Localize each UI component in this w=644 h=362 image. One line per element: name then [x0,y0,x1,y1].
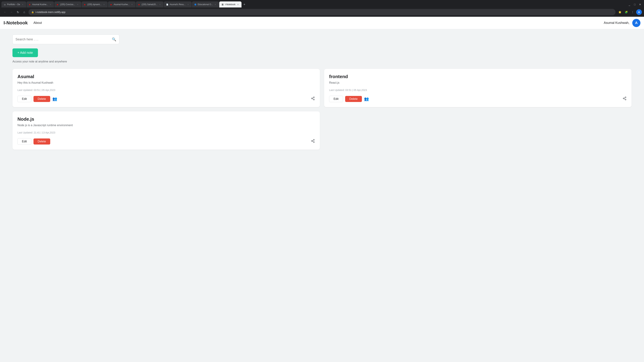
tab-8[interactable]: 🔵 Educational O... ✕ [192,1,219,7]
note-3-share-icon[interactable] [311,139,315,144]
reload-button[interactable]: ↻ [15,9,21,15]
search-container: 🔍 [12,34,119,44]
address-input[interactable]: 🔒 i-notebook-mern.netlify.app [28,9,616,15]
tab-2-favicon: ▶ [29,3,31,6]
tab-1-close[interactable]: ✕ [21,3,24,6]
note-2-edit-button[interactable]: Edit [329,96,343,102]
search-input[interactable] [16,37,112,41]
brand-name: I-Notebook [4,20,28,26]
app-wrapper: I-Notebook About Asumal Kushwah, A 🔍 + A… [0,17,644,362]
tab-7-close[interactable]: ✕ [187,3,190,6]
tab-5[interactable]: ▶ Asumal Kushw... ✕ [108,1,136,7]
svg-line-14 [312,140,314,141]
browser-chrome: 🗂 Portfolio – De ✕ ▶ Asumal Kushw... ✕ ▶… [0,0,644,17]
home-button[interactable]: ⌂ [21,9,27,15]
tab-8-close[interactable]: ✕ [214,3,217,6]
note-2-updated: Last Updated: 03:51 | 05 Apr,2023 [329,89,626,91]
lock-icon: 🔒 [31,11,34,13]
note-1-delete-button[interactable]: Delete [34,96,50,102]
navbar-right: Asumal Kushwah, A [604,19,640,27]
tab-7[interactable]: 📄 Asumal's Resu... ✕ [164,1,192,7]
tagline: Access your note at anytime and anywhere [12,60,632,63]
tab-2[interactable]: ▶ Asumal Kushw... ✕ [26,1,54,7]
navbar-left: I-Notebook About [4,20,42,26]
bookmarks-button[interactable]: ⭐ [617,9,623,15]
tab-2-close[interactable]: ✕ [49,3,52,6]
note-2-description: React.js [329,81,626,84]
svg-line-8 [624,99,625,99]
tab-6[interactable]: ▶ (155) Sahab20... ✕ [136,1,164,7]
tab-7-label: Asumal's Resu... [170,3,186,6]
tab-4-label: (155) dynami... [87,3,102,6]
main-content: 🔍 + Add note Access your note at anytime… [0,29,644,362]
close-window-button[interactable]: ✕ [638,2,642,7]
extensions-button[interactable]: 🧩 [623,9,629,15]
tab-3[interactable]: ▶ (155) Conclus... ✕ [54,1,81,7]
empty-column [324,111,632,150]
menu-button[interactable]: ⋮ [630,9,636,15]
note-2-actions: Edit Delete 👥 [329,96,626,102]
svg-line-9 [624,97,625,98]
tab-4[interactable]: ▶ (155) dynami... ✕ [82,1,108,7]
note-2-title: frontend [329,74,626,79]
add-note-label: + Add note [18,51,33,55]
svg-line-3 [312,99,314,99]
tab-bar: 🗂 Portfolio – De ✕ ▶ Asumal Kushw... ✕ ▶… [0,0,644,7]
tab-9-close[interactable]: ✕ [236,3,239,6]
maximize-button[interactable]: □ [632,2,637,7]
about-link[interactable]: About [34,21,42,25]
browser-profile[interactable]: A [636,9,642,15]
tab-1-favicon: 🗂 [4,3,6,6]
notes-row-2: Node.js Node js is a Javascript runtime … [12,111,632,150]
browser-actions: ⭐ 🧩 ⋮ A [617,9,642,15]
note-3-edit-button[interactable]: Edit [18,138,31,145]
new-tab-button[interactable]: + [242,2,247,7]
tab-9-label: I-Notebook [225,3,236,6]
tab-5-close[interactable]: ✕ [130,3,134,6]
note-1-actions: Edit Delete 👥 [18,96,315,102]
note-1-title: Asumal [18,74,315,79]
tab-1-label: Portfolio – De [7,3,20,6]
note-2-delete-button[interactable]: Delete [345,96,362,102]
note-1-share-users-icon[interactable]: 👥 [52,97,57,101]
tab-4-close[interactable]: ✕ [102,3,106,6]
tab-3-close[interactable]: ✕ [76,3,79,6]
add-note-button[interactable]: + Add note [12,48,38,57]
note-3-delete-button[interactable]: Delete [34,138,50,144]
tab-5-label: Asumal Kushw... [114,3,130,6]
note-card-3: Node.js Node js is a Javascript runtime … [12,111,320,150]
note-1-description: Hey this is Asumal Kushwah [18,81,315,84]
note-1-edit-button[interactable]: Edit [18,96,31,102]
note-1-updated: Last Updated: 03:51 | 05 Apr,2023 [18,89,315,91]
note-2-share-users-icon[interactable]: 👥 [364,97,369,101]
tab-9-active[interactable]: 📓 I-Notebook ✕ [219,1,242,7]
tab-5-favicon: ▶ [110,3,112,6]
tab-7-favicon: 📄 [166,3,168,6]
note-1-share-icon[interactable] [311,96,315,101]
search-icon[interactable]: 🔍 [112,37,116,41]
tab-8-favicon: 🔵 [194,3,196,6]
svg-line-13 [312,141,314,142]
tab-3-label: (155) Conclus... [60,3,75,6]
tab-6-label: (155) Sahab20... [142,3,158,6]
address-bar: ← → ↻ ⌂ 🔒 i-notebook-mern.netlify.app ⭐ … [0,7,644,17]
tab-6-close[interactable]: ✕ [158,3,161,6]
forward-button[interactable]: → [8,9,14,15]
nav-buttons: ← → ↻ ⌂ [2,9,27,15]
minimize-button[interactable]: ⎯ [627,2,632,7]
address-text: i-notebook-mern.netlify.app [36,11,613,13]
notes-grid: Asumal Hey this is Asumal Kushwah Last U… [12,69,632,107]
navbar: I-Notebook About Asumal Kushwah, A [0,17,644,29]
svg-line-4 [312,97,314,98]
note-3-description: Node js is a Javascript runtime environm… [18,124,315,127]
back-button[interactable]: ← [2,9,8,15]
tab-9-favicon: 📓 [222,3,224,6]
note-3-actions: Edit Delete [18,138,315,145]
tab-4-favicon: ▶ [84,3,86,6]
user-avatar[interactable]: A [632,19,640,27]
note-3-title: Node.js [18,116,315,122]
note-2-share-icon[interactable] [623,96,626,101]
tab-3-favicon: ▶ [56,3,59,6]
tab-1[interactable]: 🗂 Portfolio – De ✕ [2,1,26,7]
note-card-2: frontend React.js Last Updated: 03:51 | … [324,69,632,107]
